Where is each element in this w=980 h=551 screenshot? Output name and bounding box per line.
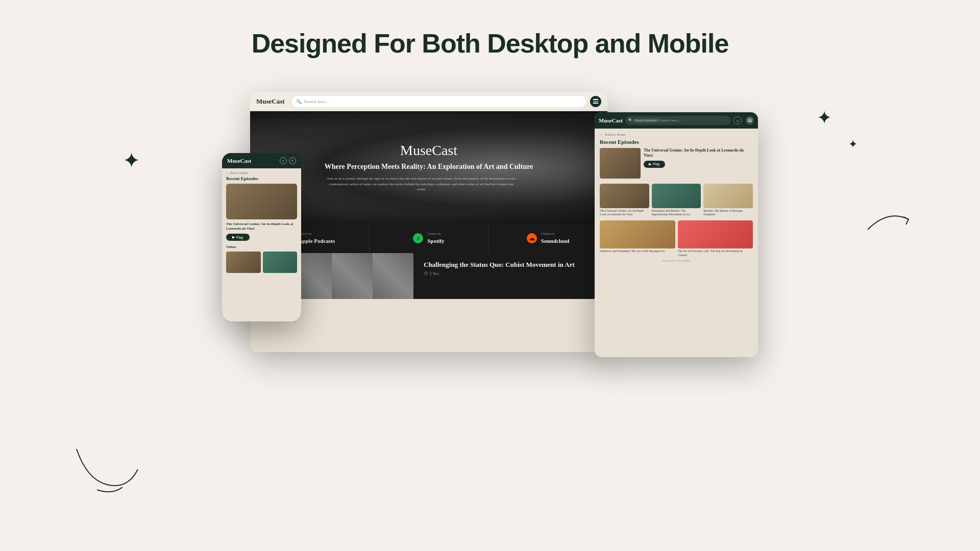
soundcloud-listen-on-label: Listen on [541, 232, 570, 236]
mobile-logo: MuseCast [227, 158, 251, 164]
decorative-arrow [863, 204, 914, 235]
mobile-videos-label: Videos [226, 245, 297, 249]
tablet-row-item-1[interactable]: The Art of Everyday Life: The Pop Art Mo… [678, 220, 753, 257]
tablet-row-title-1: The Art of Everyday Life: The Pop Art Mo… [678, 249, 753, 257]
spotify-listen-on-label: Listen on [427, 232, 445, 236]
tablet-grid-title-1: Perception and Reality: The Impressionis… [652, 209, 701, 216]
desktop-hero: MuseCast Where Perception Meets Reality:… [250, 111, 607, 223]
tablet-row-item-0[interactable]: Opulence and Ornament: The Art of the Ba… [600, 220, 675, 257]
tablet-row-img-0 [600, 220, 675, 248]
desktop-logo: MuseCast [256, 97, 285, 106]
hero-title: Where Perception Meets Reality: An Explo… [325, 162, 533, 172]
tablet-menu-button[interactable] [746, 116, 754, 124]
apple-podcasts-label: Apple Podcasts [298, 238, 335, 244]
mobile-back-label: Back to Home [230, 171, 248, 174]
apple-listen-on-label: Listen on [298, 232, 335, 236]
mobile-back-arrow: ← [226, 171, 229, 174]
featured-episode-timer: ⏱ 2 Sec [424, 271, 597, 276]
featured-img-3 [332, 253, 373, 299]
mobile-play-button[interactable]: ▶ Play [226, 234, 250, 241]
tablet-back-link[interactable]: ← Back to Home [600, 133, 753, 137]
mobile-thumbnails [226, 252, 297, 273]
spotify-text: Listen on Spotify [427, 232, 445, 245]
hero-logo: MuseCast [325, 142, 533, 159]
tablet-grid-title-2: Bernini: The Master of Baroque Sculpture [703, 209, 753, 216]
mobile-play-icon: ▶ [232, 235, 235, 239]
tablet-episodes-row2: Opulence and Ornament: The Art of the Ba… [600, 220, 753, 257]
sparkle-icon-1: ✦ [122, 148, 140, 173]
tablet-featured-info: The Universal Genius: An In-Depth Look a… [644, 148, 753, 179]
mobile-device: MuseCast ⌕ ≡ ← Back to Home Recent Episo… [222, 153, 301, 321]
tablet-search-placeholder: Search here... [661, 118, 680, 122]
tablet-search-btn[interactable]: ⌕ [733, 116, 742, 124]
tablet-device: MuseCast 🔍 Recent Episodes × Search here… [595, 112, 758, 357]
soundcloud-icon: ☁ [527, 233, 537, 243]
mobile-back-link[interactable]: ← Back to Home [226, 171, 297, 174]
tablet-grid-img-2 [703, 184, 753, 208]
tablet-play-icon: ▶ [649, 162, 651, 166]
devices-wrapper: MuseCast 🔍 Search here... MuseCast Where… [222, 92, 758, 408]
mobile-bar: MuseCast ⌕ ≡ [222, 153, 301, 168]
mobile-content: ← Back to Home Recent Episodes The Unive… [222, 168, 301, 321]
tablet-search-bar[interactable]: 🔍 Recent Episodes × Search here... [625, 116, 731, 125]
sparkle-icon-2: ✦ [817, 107, 832, 129]
tablet-content: ← Back to Home Recent Episodes The Unive… [595, 129, 758, 268]
decorative-curve [66, 439, 148, 500]
tablet-grid-item-2[interactable]: Bernini: The Master of Baroque Sculpture [703, 184, 753, 216]
tablet-grid-img-0 [600, 184, 649, 208]
mobile-thumb-0[interactable] [226, 252, 261, 273]
tablet-featured-episode: The Universal Genius: An In-Depth Look a… [600, 148, 753, 179]
tablet-row-img-1 [678, 220, 753, 248]
mobile-thumb-1[interactable] [263, 252, 298, 273]
mobile-section-title: Recent Episodes [226, 176, 297, 181]
search-placeholder: Search here... [304, 99, 329, 104]
hero-content: MuseCast Where Perception Meets Reality:… [294, 142, 564, 192]
soundcloud-text: Listen on Soundcloud [541, 232, 570, 245]
featured-episode: Challenging the Status Quo: Cubist Movem… [250, 253, 607, 299]
tablet-logo: MuseCast [599, 117, 623, 123]
spotify-button[interactable]: ♪ Listen on Spotify [370, 223, 489, 253]
podcast-buttons-row: 🎙 Listen on Apple Podcasts ♪ Listen on S… [250, 223, 607, 253]
apple-podcasts-text: Listen on Apple Podcasts [298, 232, 335, 245]
browser-bar: MuseCast 🔍 Search here... [250, 92, 607, 111]
desktop-search-bar[interactable]: 🔍 Search here... [292, 96, 586, 107]
tablet-episodes-grid: The Universal Genius: An In-Depth Look a… [600, 184, 753, 216]
featured-img-4 [373, 253, 413, 299]
tablet-recent-tag[interactable]: Recent Episodes × [633, 118, 661, 122]
soundcloud-label: Soundcloud [541, 238, 570, 244]
tablet-grid-item-0[interactable]: The Universal Genius: An In-Depth Look a… [600, 184, 649, 216]
tablet-play-button[interactable]: ▶ Play [644, 161, 665, 168]
tablet-back-arrow: ← [600, 133, 603, 137]
tablet-grid-title-0: The Universal Genius: An In-Depth Look a… [600, 209, 649, 216]
spotify-icon: ♪ [413, 233, 423, 243]
tablet-search-icon: 🔍 [628, 118, 633, 122]
tablet-bar: MuseCast 🔍 Recent Episodes × Search here… [595, 112, 758, 129]
tablet-back-label: Back to Home [605, 133, 625, 137]
soundcloud-button[interactable]: ☁ Listen on Soundcloud [488, 223, 607, 253]
featured-episode-info: Challenging the Status Quo: Cubist Movem… [413, 253, 607, 299]
desktop-browser: MuseCast 🔍 Search here... MuseCast Where… [250, 92, 607, 352]
tablet-powered-by: Powered by SEABIRD [600, 257, 753, 264]
tablet-featured-title: The Universal Genius: An In-Depth Look a… [644, 148, 753, 159]
tablet-featured-image [600, 148, 641, 179]
mobile-search-button[interactable]: ⌕ [280, 157, 287, 164]
hero-description: Join us on a journey through the ages as… [325, 176, 519, 192]
tablet-grid-img-1 [652, 184, 701, 208]
page-title: Designed For Both Desktop and Mobile [0, 0, 980, 59]
tablet-section-title: Recent Episodes [600, 139, 753, 145]
mobile-episode-title: The Universal Genius: An In-Depth Look a… [226, 222, 297, 231]
sparkle-icon-3: ✦ [848, 138, 857, 151]
tablet-row-title-0: Opulence and Ornament: The Art of the Ba… [600, 249, 675, 253]
spotify-label: Spotify [427, 238, 445, 244]
featured-episode-title: Challenging the Status Quo: Cubist Movem… [424, 261, 597, 269]
search-icon: 🔍 [296, 99, 302, 104]
tablet-grid-item-1[interactable]: Perception and Reality: The Impressionis… [652, 184, 701, 216]
desktop-menu-button[interactable] [590, 96, 601, 107]
mobile-featured-image [226, 184, 297, 219]
